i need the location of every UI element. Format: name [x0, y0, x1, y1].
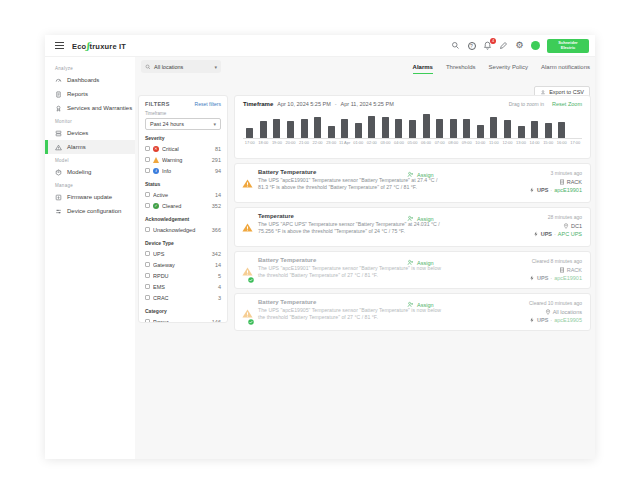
- alarm-location[interactable]: All locations: [529, 309, 582, 315]
- alarm-location[interactable]: RACK: [529, 179, 582, 185]
- assign-button[interactable]: Assign: [407, 301, 434, 308]
- assign-button[interactable]: Assign: [407, 259, 434, 266]
- checkbox[interactable]: [145, 251, 150, 256]
- filter-ems[interactable]: EMS4: [145, 281, 221, 292]
- alarm-location[interactable]: DC1: [533, 223, 582, 229]
- assign-button[interactable]: Assign: [407, 215, 434, 222]
- chart-bar[interactable]: [301, 119, 308, 138]
- hamburger-menu-icon[interactable]: [55, 42, 64, 49]
- chart-bar-slot: [487, 111, 501, 138]
- help-icon[interactable]: ?: [467, 41, 476, 50]
- chart-bar[interactable]: [368, 116, 375, 139]
- checkbox[interactable]: [145, 295, 150, 300]
- chart-bar[interactable]: [545, 123, 552, 138]
- notifications-bell-icon[interactable]: 4: [483, 41, 492, 50]
- chart-bar[interactable]: [314, 117, 321, 138]
- filter-warning[interactable]: Warning291: [145, 154, 221, 165]
- chart-bar[interactable]: [287, 121, 294, 138]
- x-tick-label: 19:00: [270, 140, 284, 145]
- checkbox[interactable]: [145, 319, 150, 323]
- alarm-location[interactable]: RACK: [529, 267, 582, 273]
- chart-bar[interactable]: [518, 126, 525, 138]
- chart-bar[interactable]: [355, 123, 362, 138]
- alarm-card[interactable]: Battery Temperature The UPS "apcE19901" …: [234, 163, 591, 203]
- filter-unacknowledged[interactable]: Unacknowledged366: [145, 224, 221, 235]
- schneider-electric-logo[interactable]: SchneiderElectric: [547, 39, 589, 53]
- filter-critical[interactable]: ✕Critical81: [145, 143, 221, 154]
- chart-bar[interactable]: [450, 119, 457, 138]
- tab-severity-policy[interactable]: Severity Policy: [489, 64, 528, 74]
- chart-bar[interactable]: [409, 120, 416, 138]
- app-window: Ecoʃtruxure IT ? 4 ⚙ SchneiderElectric A…: [45, 35, 595, 459]
- device-link[interactable]: apcE19905: [554, 317, 582, 323]
- chart-bar[interactable]: [558, 122, 565, 138]
- tab-thresholds[interactable]: Thresholds: [446, 64, 476, 74]
- sidebar-item-dashboards[interactable]: Dashboards: [45, 73, 135, 87]
- checkbox[interactable]: [145, 192, 150, 197]
- checkbox[interactable]: [145, 203, 150, 208]
- device-link[interactable]: apcE19901: [554, 187, 582, 193]
- chart-bar[interactable]: [477, 125, 484, 139]
- chart-bar[interactable]: [328, 126, 335, 138]
- location-selector[interactable]: All locations ▾: [141, 60, 221, 73]
- chart-bar[interactable]: [382, 117, 389, 138]
- sidebar-item-services-warranties[interactable]: Services and Warranties: [45, 101, 135, 115]
- chart-bar[interactable]: [436, 119, 443, 138]
- sidebar-item-device-configuration[interactable]: Device configuration: [45, 204, 135, 218]
- chart-bar[interactable]: [246, 128, 253, 138]
- chart-bar[interactable]: [260, 121, 267, 138]
- checkbox[interactable]: [145, 146, 150, 151]
- chart-bar[interactable]: [531, 121, 538, 138]
- chart-bar[interactable]: [273, 119, 280, 138]
- chart-bar[interactable]: [341, 119, 348, 138]
- checkbox[interactable]: [145, 157, 150, 162]
- chart-bar-slot: [569, 111, 583, 138]
- tab-alarm-notifications[interactable]: Alarm notifications: [541, 64, 590, 74]
- filter-rpdu[interactable]: RPDU5: [145, 270, 221, 281]
- sidebar-section-model: Model: [45, 154, 135, 165]
- sidebar-item-reports[interactable]: Reports: [45, 87, 135, 101]
- timeframe-select[interactable]: Past 24 hours ▾: [145, 118, 221, 130]
- filter-power[interactable]: Power146: [145, 316, 221, 323]
- sidebar-item-modeling[interactable]: Modeling: [45, 165, 135, 179]
- chart-bar[interactable]: [490, 117, 497, 138]
- chart-bar[interactable]: [423, 114, 430, 138]
- filter-active[interactable]: Active14: [145, 189, 221, 200]
- tab-alarms[interactable]: Alarms: [413, 64, 433, 74]
- filter-info[interactable]: iInfo94: [145, 165, 221, 176]
- alarm-card[interactable]: Temperature The UPS "APC UPS" Temperatur…: [234, 207, 591, 247]
- chart-bar-slot: [555, 111, 569, 138]
- sidebar-item-label: Reports: [67, 91, 88, 97]
- device-link[interactable]: APC UPS: [558, 231, 582, 237]
- checkbox[interactable]: [145, 227, 150, 232]
- feedback-icon[interactable]: [499, 41, 508, 50]
- chart-bar[interactable]: [395, 119, 402, 138]
- search-icon: [145, 64, 151, 70]
- sidebar-item-alarms[interactable]: Alarms: [45, 140, 135, 154]
- chart-bar[interactable]: [463, 119, 470, 138]
- chart-bars[interactable]: [243, 111, 582, 139]
- assign-button[interactable]: Assign: [407, 171, 434, 178]
- chart-bar[interactable]: [504, 120, 511, 138]
- user-avatar[interactable]: [531, 41, 540, 50]
- alarm-card[interactable]: Battery Temperature The UPS "apcE19901" …: [234, 251, 591, 289]
- brand-text: truxure IT: [90, 42, 127, 51]
- reset-zoom-link[interactable]: Reset Zoom: [552, 101, 582, 107]
- filter-crac[interactable]: CRAC3: [145, 292, 221, 303]
- filter-cleared[interactable]: ✓Cleared352: [145, 200, 221, 211]
- checkbox[interactable]: [145, 168, 150, 173]
- checkbox[interactable]: [145, 262, 150, 267]
- sidebar-item-devices[interactable]: Devices: [45, 126, 135, 140]
- filter-ups[interactable]: UPS342: [145, 248, 221, 259]
- reset-filters-link[interactable]: Reset filters: [195, 101, 221, 107]
- sidebar-item-firmware-update[interactable]: Firmware update: [45, 190, 135, 204]
- checkbox[interactable]: [145, 273, 150, 278]
- alarm-message: The UPS "apcE19905" Temperature sensor "…: [258, 307, 446, 323]
- settings-gear-icon[interactable]: ⚙: [515, 41, 524, 50]
- filter-gateway[interactable]: Gateway14: [145, 259, 221, 270]
- search-icon[interactable]: [451, 41, 460, 50]
- alarm-card[interactable]: Battery Temperature The UPS "apcE19905" …: [234, 293, 591, 331]
- checkbox[interactable]: [145, 284, 150, 289]
- timeframe-chart-card: Timeframe Apr 10, 2024 5:25 PM - Apr 11,…: [234, 95, 591, 159]
- device-link[interactable]: apcE19901: [554, 275, 582, 281]
